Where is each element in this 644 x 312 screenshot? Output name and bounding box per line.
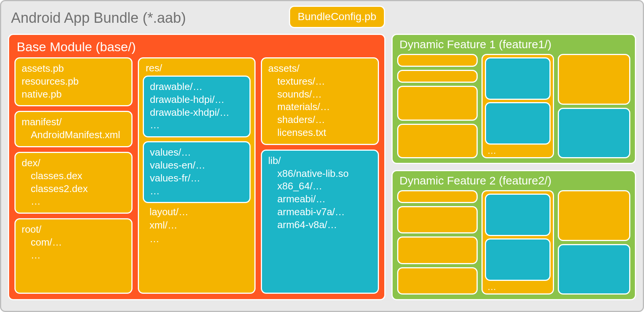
assets-hdr: assets/ — [268, 62, 372, 75]
mini-box — [397, 124, 478, 159]
mini-res-box: … — [481, 190, 554, 295]
feature-1-title: Dynamic Feature 1 (feature1/) — [399, 38, 630, 51]
mini-box — [397, 267, 478, 295]
feature-2: Dynamic Feature 2 (feature2/) … — [391, 170, 636, 300]
drawable-item: … — [150, 119, 244, 132]
mini-box — [397, 236, 478, 264]
base-col2: res/ drawable/… drawable-hdpi/… drawable… — [138, 57, 256, 294]
root-item: com/… — [22, 236, 125, 249]
base-col1: assets.pb resources.pb native.pb manifes… — [14, 57, 133, 294]
dex-item: … — [22, 195, 125, 208]
feature-1-grid: … — [397, 54, 630, 158]
bundle-config-file: BundleConfig.pb — [289, 6, 385, 28]
res-inner: drawable/… drawable-hdpi/… drawable-xhdp… — [143, 76, 251, 203]
bundle-config-wrap: BundleConfig.pb — [289, 6, 385, 28]
values-item: … — [150, 185, 244, 198]
dex-item: classes2.dex — [22, 183, 125, 195]
root-box: root/ com/… … — [14, 218, 133, 294]
mini-box — [397, 190, 478, 203]
assets-item: textures/… — [268, 75, 372, 88]
mini-box — [397, 86, 478, 121]
feature-1: Dynamic Feature 1 (feature1/) … — [391, 34, 636, 164]
root-item: … — [22, 249, 125, 262]
bundle-title: Android App Bundle (*.aab) — [11, 10, 186, 26]
lib-item: armeabi-v7a/… — [268, 206, 372, 219]
dex-box: dex/ classes.dex classes2.dex … — [14, 152, 133, 214]
pb-item: native.pb — [22, 88, 125, 101]
mini-box — [397, 54, 478, 67]
lib-box: lib/ x86/native-lib.so x86_64/… armeabi/… — [261, 150, 379, 294]
ellipsis: … — [485, 283, 551, 291]
assets-item: shaders/… — [268, 113, 372, 126]
base-module: Base Module (base/) assets.pb resources.… — [8, 34, 385, 300]
lib-item: arm64-v8a/… — [268, 219, 372, 232]
base-col3: assets/ textures/… sounds/… materials/… … — [261, 57, 379, 294]
values-item: values/… — [150, 146, 244, 159]
lib-item: x86_64/… — [268, 180, 372, 193]
drawable-item: drawable-hdpi/… — [150, 93, 244, 106]
mini-box — [397, 70, 478, 83]
manifest-box: manifest/ AndroidManifest.xml — [14, 111, 133, 147]
feature-2-title: Dynamic Feature 2 (feature2/) — [399, 174, 630, 187]
base-columns: assets.pb resources.pb native.pb manifes… — [14, 57, 379, 294]
pb-item: assets.pb — [22, 62, 125, 75]
mini-box — [397, 206, 478, 233]
aab-container: Android App Bundle (*.aab) BundleConfig.… — [0, 0, 644, 312]
manifest-item: AndroidManifest.xml — [22, 129, 125, 142]
values-item: values-fr/… — [150, 172, 244, 185]
pb-item: resources.pb — [22, 75, 125, 88]
mini-box — [485, 238, 551, 281]
ellipsis: … — [485, 147, 551, 155]
feature-2-col3 — [558, 190, 630, 295]
assets-item: sounds/… — [268, 88, 372, 101]
values-box: values/… values-en/… values-fr/… … — [143, 141, 251, 203]
feature-1-col2: … — [481, 54, 554, 158]
mini-box — [558, 244, 630, 295]
mini-res-box: … — [481, 54, 554, 158]
drawable-item: drawable/… — [150, 80, 244, 93]
mini-box — [485, 57, 551, 100]
lib-item: x86/native-lib.so — [268, 167, 372, 180]
assets-box: assets/ textures/… sounds/… materials/… … — [261, 57, 379, 145]
feature-1-col3 — [558, 54, 630, 158]
assets-item: licenses.txt — [268, 126, 372, 139]
manifest-hdr: manifest/ — [22, 116, 125, 129]
pb-box: assets.pb resources.pb native.pb — [14, 57, 133, 106]
feature-1-col1 — [397, 54, 478, 158]
assets-item: materials/… — [268, 101, 372, 113]
drawable-item: drawable-xhdpi/… — [150, 106, 244, 119]
dex-hdr: dex/ — [22, 157, 125, 170]
base-module-title: Base Module (base/) — [17, 39, 379, 54]
mini-box — [558, 190, 630, 241]
lib-hdr: lib/ — [268, 154, 372, 167]
mini-box — [558, 54, 630, 105]
header-row: Android App Bundle (*.aab) BundleConfig.… — [8, 6, 636, 29]
root-hdr: root/ — [22, 223, 125, 236]
feature-2-col2: … — [481, 190, 554, 295]
res-hdr: res/ — [146, 62, 251, 74]
drawable-box: drawable/… drawable-hdpi/… drawable-xhdp… — [143, 76, 251, 137]
values-item: values-en/… — [150, 159, 244, 172]
main-row: Base Module (base/) assets.pb resources.… — [8, 34, 636, 300]
res-after-item: … — [150, 232, 251, 246]
mini-box — [485, 194, 551, 236]
features-column: Dynamic Feature 1 (feature1/) … — [391, 34, 636, 300]
lib-item: armeabi/… — [268, 193, 372, 206]
feature-2-col1 — [397, 190, 478, 295]
dex-item: classes.dex — [22, 170, 125, 183]
res-after: layout/… xml/… … — [143, 203, 251, 245]
mini-box — [558, 108, 630, 159]
mini-box — [485, 102, 551, 145]
res-after-item: layout/… — [150, 205, 251, 219]
feature-2-grid: … — [397, 190, 630, 295]
res-box: res/ drawable/… drawable-hdpi/… drawable… — [138, 57, 256, 294]
res-after-item: xml/… — [150, 219, 251, 232]
